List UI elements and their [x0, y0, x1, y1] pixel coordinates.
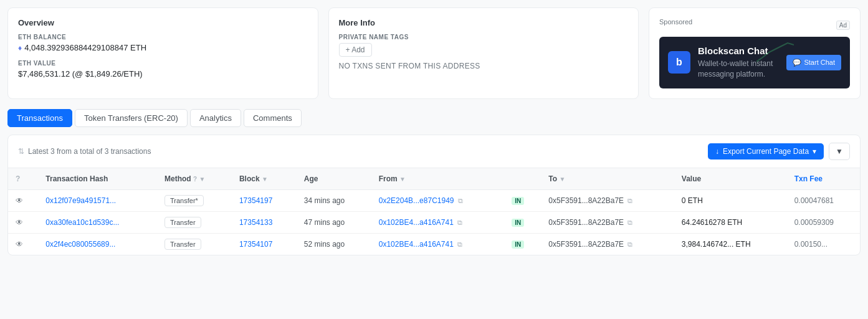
col-block: Block ▼	[232, 168, 297, 190]
start-chat-button[interactable]: 💬 Start Chat	[786, 55, 841, 70]
row-value-1: 64.24616278 ETH	[674, 211, 787, 233]
row-txfee-0: 0.00047681	[787, 189, 860, 211]
copy-from-icon-2[interactable]: ⧉	[457, 240, 462, 248]
download-icon: ↓	[715, 147, 719, 156]
col-direction	[504, 168, 541, 190]
table-summary: ⇅ Latest 3 from a total of 3 transaction…	[18, 147, 151, 156]
sponsored-card: Sponsored Ad b Blockscan Chat Wallet-to-…	[649, 7, 861, 99]
row-from-0[interactable]: 0x2E204B...e87C1949 ⧉	[371, 189, 505, 211]
transactions-table-card: ⇅ Latest 3 from a total of 3 transaction…	[7, 135, 861, 255]
sponsored-label: Sponsored	[659, 18, 692, 26]
more-info-card: More Info PRIVATE NAME TAGS + Add NO TXN…	[328, 7, 639, 99]
method-help-icon[interactable]: ?	[193, 176, 197, 183]
tabs-row: Transactions Token Transfers (ERC-20) An…	[7, 109, 861, 127]
tab-analytics[interactable]: Analytics	[190, 109, 241, 127]
row-hash-0[interactable]: 0x12f07e9a491571...	[38, 189, 157, 211]
row-block-2[interactable]: 17354107	[232, 233, 297, 255]
ad-label: Ad	[836, 21, 850, 30]
copy-from-icon-1[interactable]: ⧉	[457, 219, 462, 226]
row-value-0: 0 ETH	[674, 189, 787, 211]
private-name-tags-label: PRIVATE NAME TAGS	[339, 34, 629, 40]
overview-card: Overview ETH BALANCE ♦ 4,048.39293688442…	[7, 7, 318, 99]
col-eye: ?	[8, 168, 38, 190]
col-method: Method ? ▼	[157, 168, 232, 190]
eth-balance-value: ♦ 4,048.392936884429108847 ETH	[18, 43, 308, 52]
eth-icon: ♦	[18, 44, 22, 52]
row-hash-2[interactable]: 0x2f4ec080055689...	[38, 233, 157, 255]
row-direction-2: IN	[504, 233, 541, 255]
row-block-1[interactable]: 17354133	[232, 211, 297, 233]
table-header: ⇅ Latest 3 from a total of 3 transaction…	[8, 135, 860, 168]
col-age: Age	[297, 168, 371, 190]
row-block-0[interactable]: 17354197	[232, 189, 297, 211]
chevron-down-icon: ▾	[813, 147, 816, 156]
row-age-1: 47 mins ago	[297, 211, 371, 233]
row-eye-2[interactable]: 👁	[8, 233, 38, 255]
chat-icon: 💬	[793, 59, 801, 67]
eth-value-label: ETH VALUE	[18, 60, 308, 67]
tab-token-transfers[interactable]: Token Transfers (ERC-20)	[75, 109, 188, 127]
blockscan-logo: b	[668, 51, 690, 74]
col-txn-fee: Txn Fee	[787, 168, 860, 190]
no-txns-label: NO TXNS SENT FROM THIS ADDRESS	[339, 62, 629, 70]
col-tx-hash: Transaction Hash	[38, 168, 157, 190]
eth-balance-label: ETH BALANCE	[18, 34, 308, 40]
more-info-title: More Info	[339, 18, 629, 27]
blockscan-ad: b Blockscan Chat Wallet-to-wallet instan…	[659, 37, 850, 88]
row-eye-1[interactable]: 👁	[8, 211, 38, 233]
row-to-0: 0x5F3591...8A22Ba7E ⧉	[541, 189, 674, 211]
row-method-0: Transfer*	[157, 189, 232, 211]
sort-icon: ⇅	[18, 147, 24, 156]
row-direction-0: IN	[504, 189, 541, 211]
add-tag-button[interactable]: + Add	[339, 43, 372, 57]
row-hash-1[interactable]: 0xa30fea10c1d539c...	[38, 211, 157, 233]
row-method-1: Transfer	[157, 211, 232, 233]
row-direction-1: IN	[504, 211, 541, 233]
copy-to-icon-2[interactable]: ⧉	[627, 240, 632, 248]
row-method-2: Transfer	[157, 233, 232, 255]
row-to-2: 0x5F3591...8A22Ba7E ⧉	[541, 233, 674, 255]
filter-icon: ▼	[836, 147, 843, 156]
col-value: Value	[674, 168, 787, 190]
eth-value: $7,486,531.12 (@ $1,849.26/ETH)	[18, 69, 308, 79]
row-age-0: 34 mins ago	[297, 189, 371, 211]
col-to: To ▼	[541, 168, 674, 190]
table-row: 👁 0x12f07e9a491571... Transfer* 17354197…	[8, 189, 860, 211]
copy-to-icon-1[interactable]: ⧉	[627, 219, 632, 226]
row-value-2: 3,984.146742... ETH	[674, 233, 787, 255]
row-from-1[interactable]: 0x102BE4...a416A741 ⧉	[371, 211, 505, 233]
row-age-2: 52 mins ago	[297, 233, 371, 255]
copy-to-icon-0[interactable]: ⧉	[627, 197, 632, 204]
table-row: 👁 0xa30fea10c1d539c... Transfer 17354133…	[8, 211, 860, 233]
overview-title: Overview	[18, 18, 308, 27]
to-filter-icon[interactable]: ▼	[559, 176, 565, 183]
export-button[interactable]: ↓ Export Current Page Data ▾	[708, 143, 824, 160]
filter-button[interactable]: ▼	[829, 143, 850, 160]
row-txfee-2: 0.00150...	[787, 233, 860, 255]
table-actions: ↓ Export Current Page Data ▾ ▼	[708, 143, 850, 160]
tab-comments[interactable]: Comments	[244, 109, 302, 127]
row-txfee-1: 0.00059309	[787, 211, 860, 233]
copy-from-icon-0[interactable]: ⧉	[458, 197, 463, 204]
row-from-2[interactable]: 0x102BE4...a416A741 ⧉	[371, 233, 505, 255]
transactions-tbody: 👁 0x12f07e9a491571... Transfer* 17354197…	[8, 189, 860, 255]
row-eye-0[interactable]: 👁	[8, 189, 38, 211]
table-header-row: ? Transaction Hash Method ? ▼ Block ▼ Ag…	[8, 168, 860, 190]
transactions-table: ? Transaction Hash Method ? ▼ Block ▼ Ag…	[8, 168, 860, 255]
table-row: 👁 0x2f4ec080055689... Transfer 17354107 …	[8, 233, 860, 255]
row-to-1: 0x5F3591...8A22Ba7E ⧉	[541, 211, 674, 233]
chart-decoration	[756, 40, 794, 65]
method-filter-icon[interactable]: ▼	[199, 176, 205, 183]
from-filter-icon[interactable]: ▼	[399, 176, 406, 183]
tab-transactions[interactable]: Transactions	[7, 109, 72, 127]
col-from: From ▼	[371, 168, 505, 190]
block-filter-icon[interactable]: ▼	[262, 176, 268, 183]
